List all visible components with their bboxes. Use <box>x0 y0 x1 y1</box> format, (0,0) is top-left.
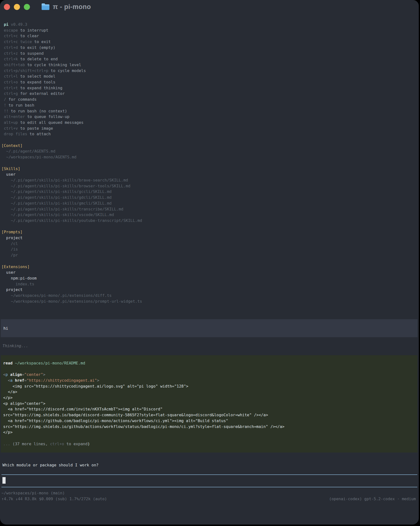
terminal-line: ~/.pi/agent/skills/pi-skills/gccli/SKILL… <box>0 189 419 195</box>
terminal-line: [Extensions] <box>0 264 419 270</box>
terminal-line <box>2 366 418 372</box>
status-bar: ~/workspaces/pi-mono (main) ↑4.7k ↓44 R3… <box>0 490 419 502</box>
token-cost-stats: ↑4.7k ↓44 R3.8k $0.009 (sub) 1.7%/272k (… <box>1 496 107 502</box>
terminal-line: /pr <box>0 252 419 258</box>
terminal-line: shift+tab to cycle thinking level <box>0 62 419 68</box>
close-button[interactable] <box>4 4 10 10</box>
terminal-line: read ~/workspaces/pi-mono/README.md <box>2 360 418 366</box>
terminal-line: pi v0.49.3 <box>0 22 419 28</box>
terminal-line: project <box>0 287 419 293</box>
terminal-line: alt+enter to queue follow-up <box>0 114 419 120</box>
text-cursor <box>2 477 6 484</box>
terminal-line: <a href="https://discord.com/invite/nKXT… <box>2 406 418 412</box>
zoom-button[interactable] <box>24 4 30 10</box>
terminal-line: <a href="https://github.com/badlogic/pi-… <box>2 418 418 424</box>
terminal-line: drop files to attach <box>0 131 419 137</box>
tool-call-read-block: read ~/workspaces/pi-mono/README.md <p a… <box>1 355 418 453</box>
user-message-text: hi <box>1 325 418 331</box>
traffic-lights <box>4 4 30 10</box>
terminal-line: index.ts <box>0 281 419 287</box>
terminal-line: user <box>0 172 419 177</box>
terminal-line: project <box>0 235 419 241</box>
terminal-line: </a> <box>2 389 418 395</box>
terminal-line <box>0 160 419 166</box>
terminal-line: <a href="https://shittycodingagent.ai"> <box>2 378 418 384</box>
model-indicator: (openai-codex) gpt-5.2-codex · medium <box>329 496 416 502</box>
terminal-line: alt+up to edit all queued messages <box>0 120 419 126</box>
terminal-line: ctrl+p/shift+ctrl+p to cycle models <box>0 68 419 74</box>
terminal-line <box>0 137 419 143</box>
terminal-line: <p align="center"> <box>2 372 418 378</box>
terminal-line: /is <box>0 246 419 252</box>
thinking-indicator: Thinking... <box>0 343 419 349</box>
prompt-input[interactable] <box>1 475 417 487</box>
folder-icon <box>41 3 50 10</box>
window-title: π - pi-mono <box>53 3 91 11</box>
terminal-line: ctrl+d to exit (empty) <box>0 45 419 51</box>
terminal-line: ctrl+k to delete to end <box>0 56 419 62</box>
terminal-line: <img src="https://shittycodingagent.ai/l… <box>2 384 418 389</box>
terminal-line: npm:pi-doom <box>0 275 419 281</box>
terminal-line: ctrl+g for external editor <box>0 91 419 97</box>
terminal-line: ctrl+t to expand thinking <box>0 85 419 91</box>
terminal-line: ~/workspaces/pi-mono/.pi/extensions/prom… <box>0 299 419 304</box>
terminal-line: ~/.pi/agent/skills/pi-skills/gmcli/SKILL… <box>0 201 419 206</box>
title-group: π - pi-mono <box>41 3 91 11</box>
terminal-line: ctrl+o to expand tools <box>0 79 419 85</box>
terminal-line: ~/workspaces/pi-mono/.pi/extensions/diff… <box>0 293 419 299</box>
terminal-line: !! to run bash (no context) <box>0 108 419 114</box>
terminal-line: ~/workspaces/pi-mono/AGENTS.md <box>0 154 419 160</box>
cwd-branch-status: ~/workspaces/pi-mono (main) <box>0 490 419 496</box>
terminal-line: /cl <box>0 241 419 247</box>
terminal-line <box>0 223 419 229</box>
terminal-line: user <box>0 270 419 275</box>
terminal-window: π - pi-mono pi v0.49.3 escape to interru… <box>0 0 419 525</box>
user-message: hi <box>1 319 418 337</box>
terminal-line <box>0 258 419 264</box>
terminal-line: ~/.pi/agent/skills/pi-skills/gdcli/SKILL… <box>0 195 419 201</box>
terminal-line: ! to run bash <box>0 102 419 108</box>
terminal-line: </p> <box>2 395 418 401</box>
assistant-message: Which module or package should I work on… <box>0 462 419 468</box>
terminal-line: ~/.pi/agent/skills/pi-skills/youtube-tra… <box>0 218 419 223</box>
terminal-line: ~/.pi/agent/skills/pi-skills/vscode/SKIL… <box>0 212 419 218</box>
title-bar: π - pi-mono <box>0 0 419 14</box>
terminal-line: </p> <box>2 429 418 435</box>
startup-info: pi v0.49.3 escape to interrupt ctrl+c to… <box>0 22 419 304</box>
terminal-line: [Prompts] <box>0 229 419 235</box>
terminal-line: <p align="center"> <box>2 401 418 406</box>
terminal-line: ctrl+c twice to exit <box>0 39 419 45</box>
minimize-button[interactable] <box>14 4 20 10</box>
terminal-line: ctrl+l to select model <box>0 73 419 79</box>
terminal-line: escape to interrupt <box>0 28 419 33</box>
terminal-line: [Skills] <box>0 166 419 172</box>
terminal-line: / for commands <box>0 97 419 102</box>
terminal-line: ~/.pi/agent/AGENTS.md <box>0 148 419 154</box>
terminal-line: src="https://img.shields.io/badge/discor… <box>2 412 418 418</box>
terminal-line: ctrl+z to suspend <box>0 51 419 56</box>
terminal-line: ~/.pi/agent/skills/pi-skills/brave-searc… <box>0 177 419 183</box>
terminal-line: ... (37 more lines, ctrl+o to expand) <box>2 441 418 447</box>
terminal-line: ctrl+c to clear <box>0 33 419 39</box>
terminal-line <box>2 435 418 441</box>
terminal-line: ~/.pi/agent/skills/pi-skills/transcribe/… <box>0 206 419 212</box>
terminal-line: ~/.pi/agent/skills/pi-skills/browser-too… <box>0 183 419 189</box>
terminal-line: ctrl+v to paste image <box>0 126 419 132</box>
terminal-line: [Context] <box>0 143 419 149</box>
terminal-line: src="https://img.shields.io/github/actio… <box>2 424 418 430</box>
